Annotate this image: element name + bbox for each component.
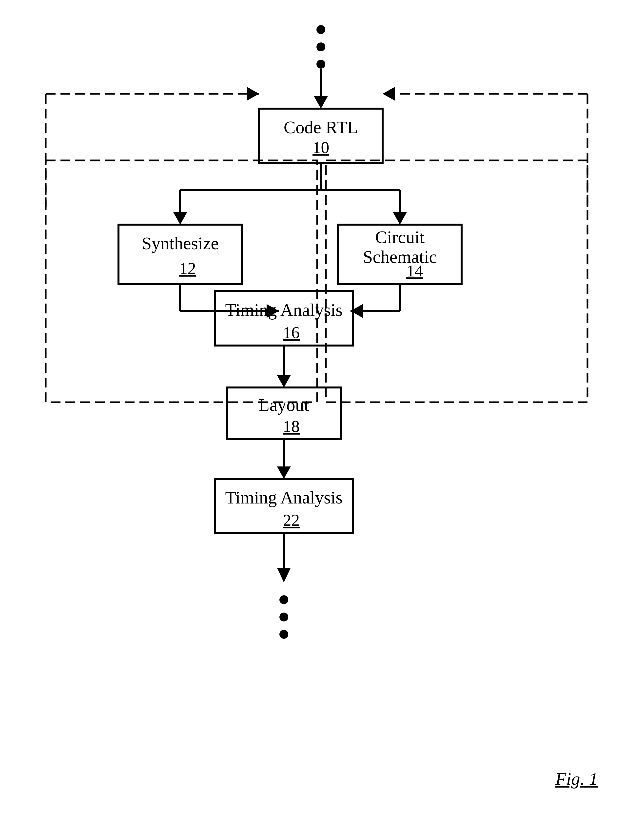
arrow-to-synthesize <box>173 212 187 225</box>
bottom-dot-1 <box>279 595 288 604</box>
fig-label: Fig. 1 <box>555 769 598 789</box>
top-dot-2 <box>316 43 325 51</box>
layout-number: 18 <box>283 417 300 436</box>
code-rtl-label: Code RTL <box>284 117 358 137</box>
top-dot-3 <box>316 60 325 69</box>
bottom-dot-2 <box>279 613 288 621</box>
circuit-label-line2: Schematic <box>363 247 437 267</box>
circuit-number: 14 <box>406 261 423 280</box>
circuit-label-line1: Circuit <box>375 227 425 247</box>
top-dot-1 <box>316 25 325 34</box>
arrow-feedback-right <box>382 87 395 101</box>
arrow-feedback-left <box>247 87 259 101</box>
arrow-layout-to-timing22 <box>277 466 291 479</box>
bottom-dot-3 <box>279 630 288 639</box>
diagram-container: Code RTL 10 Synthesize 12 Circuit Schema… <box>0 0 644 830</box>
timing-analysis-16-number: 16 <box>283 323 300 342</box>
synthesize-number: 12 <box>179 259 196 278</box>
timing-analysis-22-number: 22 <box>283 511 300 529</box>
synthesize-label: Synthesize <box>142 233 219 253</box>
timing-analysis-22-label: Timing Analysis <box>225 488 343 507</box>
arrow-timing22-down <box>277 568 291 583</box>
layout-label: Layout <box>259 395 309 415</box>
code-rtl-number: 10 <box>312 138 329 157</box>
timing-analysis-16-label: Timing Analysis <box>225 300 343 320</box>
dashed-box-left <box>46 160 317 402</box>
arrow-timing16-to-layout <box>277 375 291 388</box>
arrow-to-circuit <box>393 212 407 225</box>
dashed-box-right <box>326 160 587 402</box>
arrow-top-to-codertl <box>314 96 328 109</box>
